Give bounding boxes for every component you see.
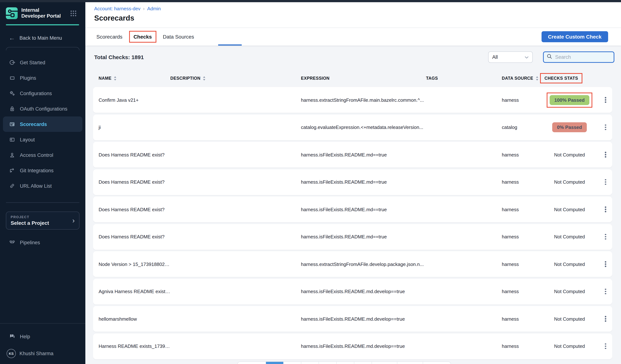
- check-expression: harness.extractStringFromAFile.main.baze…: [301, 97, 426, 103]
- checks-stats-cell: 0% Passed: [540, 122, 599, 132]
- user-menu[interactable]: KS Khushi Sharma: [0, 345, 85, 362]
- column-header-description[interactable]: DESCRIPTION: [170, 76, 301, 81]
- check-data-source: harness: [502, 316, 540, 322]
- row-actions-cell: [599, 204, 612, 215]
- back-to-main-menu[interactable]: ← Back to Main Menu: [0, 25, 85, 41]
- help-icon: ?: [9, 332, 16, 340]
- row-actions-cell: [599, 259, 612, 269]
- logo-row: Internal Developer Portal: [0, 0, 85, 21]
- check-data-source: harness: [502, 234, 540, 239]
- sidebar-item-layout[interactable]: Layout: [0, 132, 85, 147]
- check-name: Does Harness README exist?: [93, 206, 170, 212]
- app-title: Internal Developer Portal: [21, 7, 63, 19]
- check-expression: harness.extractStringFromAFile.develop.p…: [301, 261, 426, 267]
- create-custom-check-button[interactable]: Create Custom Check: [541, 31, 608, 42]
- sidebar-item-label: Access Control: [20, 152, 53, 158]
- checks-stats-cell: Not Computed: [540, 261, 599, 267]
- sidebar-item-label: Plugins: [20, 75, 36, 81]
- check-name: Node Version > 15_1739188021...: [93, 261, 170, 267]
- checks-stats-text: Not Computed: [554, 289, 585, 294]
- checks-stats-text: Not Computed: [554, 179, 585, 185]
- row-actions-kebab-icon[interactable]: [603, 259, 608, 269]
- git-integrations-icon: [9, 167, 16, 174]
- pagination-page[interactable]: [372, 362, 397, 364]
- tab-scorecards[interactable]: Scorecards: [96, 32, 123, 42]
- help-item[interactable]: ? Help: [0, 328, 85, 345]
- content-area: Total Checks: 1891 All: [85, 46, 621, 364]
- check-expression: harness.isFileExists.README.md.develop==…: [301, 316, 426, 322]
- pagination-page[interactable]: [397, 362, 423, 364]
- row-actions-kebab-icon[interactable]: [603, 232, 608, 242]
- sidebar-item-access-control[interactable]: Access Control: [0, 147, 85, 163]
- search-input[interactable]: [554, 54, 611, 60]
- table-row: jicatalog.evaluateExpression.<+metadata.…: [93, 114, 612, 140]
- sidebar-item-get-started[interactable]: Get Started: [0, 55, 85, 70]
- sidebar-item-git-integrations[interactable]: Git Integrations: [0, 163, 85, 178]
- pagination-page[interactable]: [337, 362, 354, 364]
- project-selector[interactable]: PROJECT Select a Project ›: [6, 212, 79, 230]
- breadcrumb: Account: harness-dev › Admin: [94, 6, 614, 11]
- annotation-box-checks-stats-badge: 100% Passed: [547, 92, 592, 108]
- idp-logo-icon: [6, 7, 18, 21]
- pagination-page[interactable]: [319, 362, 337, 364]
- tab-checks[interactable]: Checks: [130, 32, 155, 42]
- sidebar-item-label: Pipelines: [20, 240, 40, 245]
- sidebar-item-scorecards[interactable]: Scorecards: [3, 116, 82, 132]
- column-header-name[interactable]: NAME: [93, 76, 170, 81]
- sidebar-nav: Get Started Plugins Configurations OAuth…: [0, 55, 85, 194]
- breadcrumb-admin-link[interactable]: Admin: [147, 6, 161, 11]
- row-actions-kebab-icon[interactable]: [603, 314, 608, 324]
- table-header: NAME DESCRIPTION EXPRESSION TAGS DATA: [93, 63, 612, 87]
- row-actions-kebab-icon[interactable]: [603, 177, 608, 187]
- row-actions-kebab-icon[interactable]: [603, 95, 608, 105]
- row-actions-kebab-icon[interactable]: [603, 286, 608, 297]
- filter-dropdown[interactable]: All: [488, 51, 533, 63]
- row-actions-kebab-icon[interactable]: [603, 149, 608, 160]
- checks-stats-cell: Not Computed: [540, 289, 599, 294]
- pagination-page[interactable]: [354, 362, 372, 364]
- tab-data-sources[interactable]: Data Sources: [162, 32, 195, 42]
- pagination-page-active[interactable]: [266, 362, 284, 364]
- check-name: Does Harness README exist?: [93, 179, 170, 185]
- sort-icon[interactable]: [203, 76, 206, 81]
- pagination-prev[interactable]: [238, 362, 266, 364]
- column-header-expression: EXPRESSION: [301, 76, 426, 80]
- sidebar-item-url-allow-list[interactable]: URL Allow List: [0, 178, 85, 194]
- breadcrumb-account-link[interactable]: Account: harness-dev: [94, 6, 140, 11]
- apps-grid-icon[interactable]: [70, 10, 77, 18]
- row-actions-kebab-icon[interactable]: [603, 204, 608, 215]
- checks-stats-text: Not Computed: [554, 206, 585, 212]
- sidebar-item-configurations[interactable]: Configurations: [0, 86, 85, 101]
- row-actions-cell: [599, 122, 612, 133]
- user-name: Khushi Sharma: [19, 351, 53, 356]
- total-checks-label: Total Checks: 1891: [94, 54, 144, 60]
- pagination-page[interactable]: [284, 362, 301, 364]
- checks-table-body: Confirm Java v21+harness.extractStringFr…: [93, 87, 612, 359]
- sidebar-item-oauth-configurations[interactable]: OAuth Configurations: [0, 101, 85, 116]
- table-row: Does Harness README exist?harness.isFile…: [93, 142, 612, 168]
- avatar: KS: [7, 349, 16, 358]
- table-row: Does Harness README exist?harness.isFile…: [93, 169, 612, 195]
- checks-stats-cell: Not Computed: [540, 152, 599, 158]
- pagination-next[interactable]: [423, 362, 451, 364]
- column-header-data-source[interactable]: DATA SOURCE: [502, 76, 540, 81]
- sidebar-divider: [6, 47, 79, 50]
- sidebar-item-pipelines[interactable]: Pipelines: [0, 235, 85, 250]
- row-actions-kebab-icon[interactable]: [603, 122, 608, 133]
- svg-text:?: ?: [11, 334, 13, 337]
- back-label: Back to Main Menu: [19, 35, 62, 41]
- check-expression: harness.isFileExists.README.md==true: [301, 179, 426, 185]
- sidebar-item-plugins[interactable]: Plugins: [0, 70, 85, 86]
- check-name: Agniva Harness README exists...: [93, 289, 170, 294]
- check-data-source: catalog: [502, 125, 540, 130]
- sort-icon[interactable]: [114, 76, 117, 81]
- app-root: Internal Developer Portal ← Back to Main…: [0, 0, 621, 364]
- pagination-page[interactable]: [301, 362, 319, 364]
- row-actions-kebab-icon[interactable]: [603, 341, 608, 351]
- check-data-source: harness: [502, 152, 540, 158]
- checks-stats-text: Not Computed: [554, 316, 585, 322]
- table-row: Does Harness README exist?harness.isFile…: [93, 224, 612, 250]
- sort-icon[interactable]: [535, 76, 538, 81]
- column-header-checks-stats: CHECKS STATS: [544, 76, 578, 80]
- check-expression: harness.isFileExists.README.md==true: [301, 234, 426, 239]
